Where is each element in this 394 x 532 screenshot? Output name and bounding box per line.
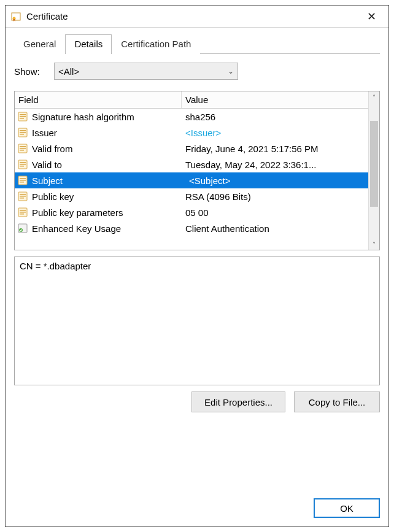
show-label: Show: <box>14 66 54 77</box>
show-dropdown[interactable]: <All> ⌄ <box>54 63 238 80</box>
detail-text: CN = *.dbadapter <box>20 261 91 271</box>
svg-rect-12 <box>20 148 26 149</box>
svg-rect-5 <box>20 118 24 119</box>
close-icon: ✕ <box>367 10 376 23</box>
svg-rect-20 <box>20 180 26 181</box>
tab-strip: General Details Certification Path <box>14 34 380 54</box>
table-row[interactable]: Signature hash algorithmsha256 <box>15 109 368 125</box>
svg-rect-9 <box>20 134 24 135</box>
property-icon <box>17 127 28 138</box>
field-value: <Subject> <box>182 175 368 186</box>
field-value: Client Authentication <box>182 223 368 234</box>
svg-rect-16 <box>20 164 26 165</box>
property-icon <box>17 159 28 170</box>
table-row[interactable]: Enhanced Key UsageClient Authentication <box>15 220 368 236</box>
copy-to-file-button[interactable]: Copy to File... <box>294 391 380 412</box>
property-icon <box>17 111 28 122</box>
title-bar: Certificate ✕ <box>6 6 388 28</box>
property-icon <box>17 207 28 218</box>
svg-rect-17 <box>20 166 24 167</box>
show-value: <All> <box>58 66 79 77</box>
certificate-dialog: Certificate ✕ General Details Certificat… <box>5 5 389 527</box>
svg-rect-4 <box>20 116 26 117</box>
field-name: Public key <box>32 191 74 202</box>
svg-rect-27 <box>20 210 26 211</box>
scroll-up-icon[interactable]: ˄ <box>369 91 379 102</box>
field-name: Valid from <box>32 144 72 154</box>
scroll-down-icon[interactable]: ˅ <box>369 239 379 250</box>
svg-rect-3 <box>20 114 26 115</box>
property-icon <box>17 175 28 186</box>
table-row[interactable]: Valid fromFriday, June 4, 2021 5:17:56 P… <box>15 141 368 156</box>
svg-rect-28 <box>20 212 26 213</box>
table-row[interactable]: Subject<Subject> <box>15 172 368 188</box>
field-name: Issuer <box>32 128 57 138</box>
field-name: Signature hash algorithm <box>32 112 134 122</box>
svg-rect-29 <box>20 214 24 215</box>
svg-rect-19 <box>20 178 26 179</box>
list-header: Field Value <box>15 91 368 109</box>
field-value: Friday, June 4, 2021 5:17:56 PM <box>182 144 368 154</box>
svg-rect-8 <box>20 132 26 133</box>
action-buttons: Edit Properties... Copy to File... <box>14 391 380 412</box>
field-value: 05 00 <box>182 207 368 218</box>
svg-rect-21 <box>20 182 24 183</box>
table-row[interactable]: Valid toTuesday, May 24, 2022 3:36:1... <box>15 156 368 172</box>
edit-properties-button[interactable]: Edit Properties... <box>191 391 285 412</box>
table-row[interactable]: Issuer<Issuer> <box>15 125 368 141</box>
svg-rect-13 <box>20 150 24 151</box>
property-icon <box>17 143 28 154</box>
field-list: Field Value Signature hash algorithmsha2… <box>14 91 380 250</box>
scroll-thumb[interactable] <box>370 121 378 207</box>
window-title: Certificate <box>26 11 359 21</box>
field-value: <Issuer> <box>182 128 368 138</box>
content-area: General Details Certification Path Show:… <box>6 28 388 526</box>
extension-icon <box>17 223 28 234</box>
field-name: Public key parameters <box>32 207 123 218</box>
footer: OK <box>14 490 380 518</box>
svg-rect-24 <box>20 196 26 197</box>
chevron-down-icon: ⌄ <box>228 67 234 75</box>
svg-rect-7 <box>20 130 26 131</box>
scroll-track[interactable] <box>369 102 379 239</box>
property-icon <box>17 191 28 202</box>
field-name: Subject <box>32 175 63 186</box>
tab-certification-path[interactable]: Certification Path <box>112 34 200 54</box>
svg-rect-23 <box>20 194 26 195</box>
tab-general[interactable]: General <box>14 34 65 54</box>
certificate-icon <box>10 11 21 22</box>
field-value: sha256 <box>182 112 368 122</box>
field-name: Enhanced Key Usage <box>32 223 121 234</box>
vertical-scrollbar[interactable]: ˄ ˅ <box>368 91 379 250</box>
field-value: RSA (4096 Bits) <box>182 191 368 202</box>
detail-text-box[interactable]: CN = *.dbadapter <box>14 256 380 385</box>
show-filter-row: Show: <All> ⌄ <box>14 63 380 80</box>
close-button[interactable]: ✕ <box>359 7 384 26</box>
svg-rect-25 <box>20 198 24 199</box>
table-row[interactable]: Public key parameters05 00 <box>15 204 368 220</box>
svg-rect-11 <box>20 146 26 147</box>
svg-rect-15 <box>20 162 26 163</box>
column-header-field[interactable]: Field <box>15 91 182 108</box>
table-row[interactable]: Public keyRSA (4096 Bits) <box>15 188 368 204</box>
field-name: Valid to <box>32 160 62 170</box>
column-header-value[interactable]: Value <box>182 94 368 105</box>
tab-details[interactable]: Details <box>65 34 112 54</box>
ok-button[interactable]: OK <box>314 498 380 518</box>
field-value: Tuesday, May 24, 2022 3:36:1... <box>182 160 368 170</box>
